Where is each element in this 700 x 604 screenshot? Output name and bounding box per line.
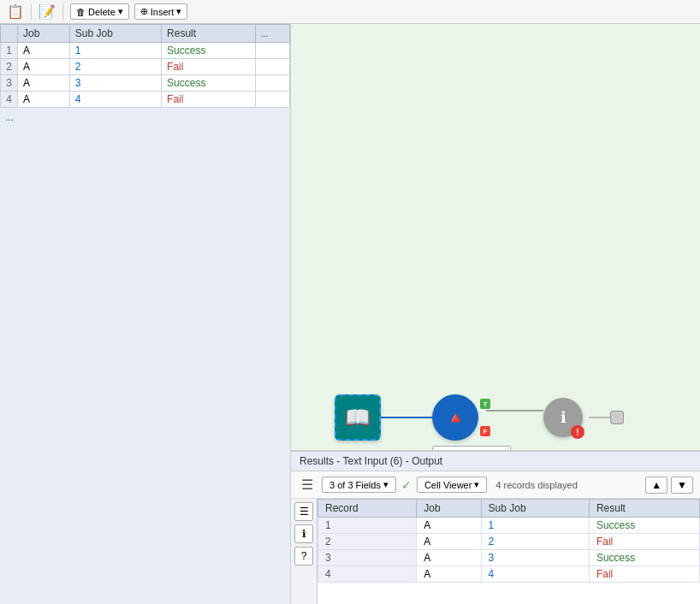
table-row: 2 A 2 Fail bbox=[1, 59, 290, 75]
main-area: Job Sub Job Result ... 1 A 1 Success 2 A bbox=[0, 24, 700, 604]
error-badge: ! bbox=[571, 425, 584, 439]
results-title: Results - Text Input (6) - Output bbox=[300, 455, 442, 467]
rcol-job: Job bbox=[417, 500, 481, 518]
results-scroll[interactable]: Record Job Sub Job Result 1 A 1 bbox=[317, 499, 700, 604]
rrow2-result: Fail bbox=[589, 534, 699, 550]
results-toolbar: ☰ 3 of 3 Fields ▾ ✓ Cell Viewer ▾ 4 reco… bbox=[291, 471, 700, 499]
table-row: 1 A 1 Success bbox=[1, 43, 290, 59]
help-icon[interactable]: ? bbox=[294, 547, 313, 566]
rcol-subjob: Sub Job bbox=[481, 500, 589, 518]
result-row: 1 A 1 Success bbox=[318, 518, 700, 534]
results-table: Record Job Sub Job Result 1 A 1 bbox=[317, 499, 700, 583]
col-rownum bbox=[1, 25, 18, 43]
col-subjob: Sub Job bbox=[69, 25, 161, 43]
row3-more bbox=[255, 75, 289, 92]
insert-dropdown-icon: ▾ bbox=[176, 6, 181, 17]
row2-result: Fail bbox=[162, 59, 256, 75]
rrow4-job: A bbox=[417, 566, 481, 583]
left-icons: ☰ ℹ ? bbox=[291, 499, 317, 604]
rrow3-record: 3 bbox=[318, 550, 417, 566]
row3-subjob[interactable]: 3 bbox=[69, 75, 161, 92]
viewer-label: Cell Viewer bbox=[424, 480, 472, 490]
results-header: Results - Text Input (6) - Output bbox=[291, 452, 700, 471]
rrow4-result: Fail bbox=[589, 566, 699, 583]
insert-button[interactable]: ⊕ Insert ▾ bbox=[134, 3, 188, 20]
cell-viewer-selector[interactable]: Cell Viewer ▾ bbox=[417, 477, 487, 493]
results-body: ☰ ℹ ? Record Job Sub Job Result bbox=[291, 499, 700, 604]
filter-label: [Result ] = "Fail" bbox=[432, 446, 511, 450]
rrow4-subjob[interactable]: 4 bbox=[481, 566, 589, 583]
rrow2-subjob[interactable]: 2 bbox=[481, 534, 589, 550]
paste-icon: 📝 bbox=[39, 3, 56, 20]
viewer-dropdown-icon: ▾ bbox=[474, 479, 479, 490]
left-panel: Job Sub Job Result ... 1 A 1 Success 2 A bbox=[0, 24, 291, 604]
results-panel: Results - Text Input (6) - Output ☰ 3 of… bbox=[291, 450, 700, 604]
rrow1-result: Success bbox=[589, 518, 699, 534]
col-result: Result bbox=[162, 25, 256, 43]
row2-job: A bbox=[18, 59, 70, 75]
rrow4-record: 4 bbox=[318, 566, 417, 583]
rcol-record: Record bbox=[318, 500, 417, 518]
row3-job: A bbox=[18, 75, 70, 92]
true-connector[interactable]: T bbox=[480, 399, 490, 409]
rrow2-record: 2 bbox=[318, 534, 417, 550]
row4-result: Fail bbox=[162, 92, 256, 108]
separator1 bbox=[31, 4, 32, 20]
rcol-result: Result bbox=[589, 500, 699, 518]
row2-more bbox=[255, 59, 289, 75]
delete-label: Delete bbox=[88, 7, 116, 17]
canvas-area[interactable]: 📖 🔺 T F [Result ] = "Fail" ℹ ! bbox=[291, 24, 700, 450]
row1-job: A bbox=[18, 43, 70, 59]
info-icon[interactable]: ℹ bbox=[294, 524, 313, 543]
fields-label: 3 of 3 Fields bbox=[329, 480, 381, 490]
grid-icon[interactable]: ☰ bbox=[298, 475, 317, 494]
rrow3-job: A bbox=[417, 550, 481, 566]
fields-dropdown-icon: ▾ bbox=[383, 479, 389, 490]
anchor-node[interactable] bbox=[610, 411, 624, 424]
connector-svg bbox=[291, 24, 700, 450]
row3-result: Success bbox=[162, 75, 256, 92]
anchor[interactable] bbox=[610, 411, 624, 424]
more-rows: ... bbox=[0, 108, 290, 127]
rrow3-subjob[interactable]: 3 bbox=[481, 550, 589, 566]
result-row: 2 A 2 Fail bbox=[318, 534, 700, 550]
nav-up-button[interactable]: ▲ bbox=[645, 477, 667, 494]
row1-subjob[interactable]: 1 bbox=[69, 43, 161, 59]
top-toolbar: 📋 📝 🗑 Delete ▾ ⊕ Insert ▾ bbox=[0, 0, 700, 24]
fields-selector[interactable]: 3 of 3 Fields ▾ bbox=[322, 477, 396, 493]
table-row: 4 A 4 Fail bbox=[1, 92, 290, 108]
copy-icon: 📋 bbox=[7, 3, 24, 20]
result-row: 4 A 4 Fail bbox=[318, 566, 700, 583]
row-num-4: 4 bbox=[1, 92, 18, 108]
row1-result: Success bbox=[162, 43, 256, 59]
nav-down-button[interactable]: ▼ bbox=[671, 477, 693, 494]
table-row: 3 A 3 Success bbox=[1, 75, 290, 92]
delete-icon: 🗑 bbox=[76, 7, 86, 17]
insert-label: Insert bbox=[151, 7, 175, 17]
data-table: Job Sub Job Result ... 1 A 1 Success 2 A bbox=[0, 24, 290, 108]
result-row: 3 A 3 Success bbox=[318, 550, 700, 566]
col-job: Job bbox=[18, 25, 70, 43]
book-node[interactable]: 📖 bbox=[335, 394, 381, 441]
delete-dropdown-icon: ▾ bbox=[118, 6, 123, 17]
rrow2-job: A bbox=[417, 534, 481, 550]
checkmark-icon[interactable]: ✓ bbox=[401, 478, 412, 492]
rrow1-job: A bbox=[417, 518, 481, 534]
delete-button[interactable]: 🗑 Delete ▾ bbox=[70, 3, 129, 20]
records-count: 4 records displayed bbox=[495, 480, 577, 490]
row-num-2: 2 bbox=[1, 59, 18, 75]
row4-job: A bbox=[18, 92, 70, 108]
row-num-1: 1 bbox=[1, 43, 18, 59]
rrow1-subjob[interactable]: 1 bbox=[481, 518, 589, 534]
col-more: ... bbox=[255, 25, 289, 43]
table-view-icon[interactable]: ☰ bbox=[294, 502, 313, 521]
false-connector[interactable]: F bbox=[480, 426, 490, 436]
row1-more bbox=[255, 43, 289, 59]
right-panel: 📖 🔺 T F [Result ] = "Fail" ℹ ! bbox=[291, 24, 700, 604]
info-node[interactable]: ℹ ! bbox=[543, 398, 583, 437]
row4-more bbox=[255, 92, 289, 108]
row2-subjob[interactable]: 2 bbox=[69, 59, 161, 75]
separator2 bbox=[62, 4, 63, 20]
row4-subjob[interactable]: 4 bbox=[69, 92, 161, 108]
filter-node[interactable]: 🔺 T F bbox=[432, 394, 478, 441]
